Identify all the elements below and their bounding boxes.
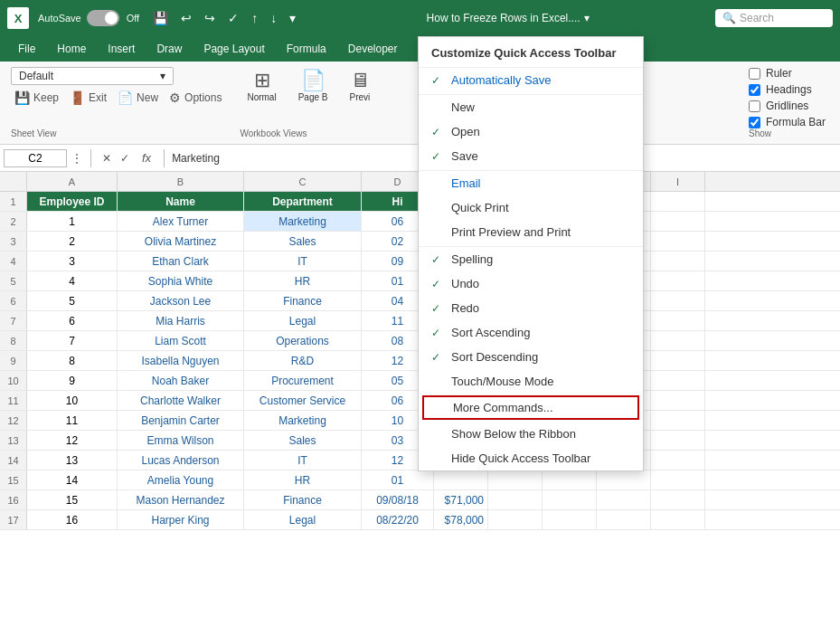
- cell-e17[interactable]: $78,000: [434, 510, 488, 529]
- cell-c17[interactable]: Legal: [244, 510, 362, 529]
- cell-reference[interactable]: C2: [4, 149, 67, 167]
- new-view-button[interactable]: 📄 New: [114, 89, 162, 107]
- cell-i2[interactable]: [651, 212, 705, 231]
- cell-i8[interactable]: [651, 331, 705, 350]
- cell-c7[interactable]: Legal: [244, 311, 362, 330]
- col-header-a[interactable]: A: [27, 172, 118, 191]
- cell-b13[interactable]: Emma Wilson: [118, 431, 244, 450]
- tab-file[interactable]: File: [7, 39, 46, 59]
- undo-button[interactable]: ↩: [176, 9, 196, 27]
- cell-h17[interactable]: [597, 510, 651, 529]
- col-header-i[interactable]: I: [651, 172, 705, 191]
- headings-checkbox-row[interactable]: Headings: [749, 83, 826, 96]
- cell-i7[interactable]: [651, 311, 705, 330]
- cell-f17[interactable]: [488, 510, 543, 529]
- menu-item-quick-print[interactable]: Quick Print: [419, 195, 643, 220]
- cell-b7[interactable]: Mia Harris: [118, 311, 244, 330]
- tab-page-layout[interactable]: Page Layout: [193, 39, 275, 59]
- quick-access-dropdown[interactable]: ▾: [285, 9, 300, 27]
- cell-i9[interactable]: [651, 351, 705, 370]
- gridlines-checkbox-row[interactable]: Gridlines: [749, 100, 826, 112]
- cell-a14[interactable]: 13: [27, 451, 118, 470]
- cell-a16[interactable]: 15: [27, 490, 118, 509]
- options-button[interactable]: ⚙ Options: [165, 89, 225, 107]
- cell-b16[interactable]: Mason Hernandez: [118, 490, 244, 509]
- formula-dots-icon[interactable]: ⋮: [71, 151, 83, 166]
- cell-a12[interactable]: 11: [27, 411, 118, 430]
- cell-e15[interactable]: [434, 470, 488, 489]
- cell-a6[interactable]: 5: [27, 291, 118, 310]
- cell-a11[interactable]: 10: [27, 391, 118, 410]
- cell-i4[interactable]: [651, 252, 705, 271]
- cell-b8[interactable]: Liam Scott: [118, 331, 244, 350]
- menu-item-hide-toolbar[interactable]: Hide Quick Access Toolbar: [419, 446, 643, 470]
- keep-button[interactable]: 💾 Keep: [11, 89, 62, 107]
- cell-a7[interactable]: 6: [27, 311, 118, 330]
- cell-a15[interactable]: 14: [27, 470, 118, 489]
- save-button[interactable]: 💾: [148, 9, 173, 27]
- cell-c6[interactable]: Finance: [244, 291, 362, 310]
- cell-i1[interactable]: [651, 192, 705, 211]
- exit-button[interactable]: 🚪 Exit: [66, 89, 110, 107]
- cell-b9[interactable]: Isabella Nguyen: [118, 351, 244, 370]
- autosave-toggle[interactable]: [87, 10, 119, 26]
- sort-asc-button[interactable]: ↑: [247, 9, 262, 27]
- tab-developer[interactable]: Developer: [337, 39, 409, 59]
- cell-i15[interactable]: [651, 470, 705, 489]
- redo-button[interactable]: ↪: [200, 9, 220, 27]
- cell-b15[interactable]: Amelia Young: [118, 470, 244, 489]
- tab-formula[interactable]: Formula: [276, 39, 337, 59]
- cell-h16[interactable]: [597, 490, 651, 509]
- menu-item-more-commands[interactable]: More Commands...: [422, 395, 639, 420]
- cell-c15[interactable]: HR: [244, 470, 362, 489]
- cell-a10[interactable]: 9: [27, 371, 118, 390]
- cell-i13[interactable]: [651, 431, 705, 450]
- cell-d17[interactable]: 08/22/20: [362, 510, 434, 529]
- cell-d16[interactable]: 09/08/18: [362, 490, 434, 509]
- cell-b5[interactable]: Sophia White: [118, 271, 244, 290]
- cell-b6[interactable]: Jackson Lee: [118, 291, 244, 310]
- formula-bar-checkbox-row[interactable]: Formula Bar: [749, 116, 826, 128]
- cell-a4[interactable]: 3: [27, 252, 118, 271]
- search-input[interactable]: Search: [740, 12, 774, 24]
- cell-b4[interactable]: Ethan Clark: [118, 252, 244, 271]
- tab-draw[interactable]: Draw: [146, 39, 193, 59]
- cell-c9[interactable]: R&D: [244, 351, 362, 370]
- cell-b10[interactable]: Noah Baker: [118, 371, 244, 390]
- cell-h15[interactable]: [597, 470, 651, 489]
- cell-c12[interactable]: Marketing: [244, 411, 362, 430]
- cell-c16[interactable]: Finance: [244, 490, 362, 509]
- normal-view-button[interactable]: ⊞ Normal: [240, 67, 283, 104]
- cell-i16[interactable]: [651, 490, 705, 509]
- menu-item-touch-mode[interactable]: Touch/Mouse Mode: [419, 369, 643, 394]
- page-break-view-button[interactable]: 📄 Page B: [291, 67, 335, 104]
- cell-b14[interactable]: Lucas Anderson: [118, 451, 244, 470]
- cell-i10[interactable]: [651, 371, 705, 390]
- confirm-formula-button[interactable]: ✓: [117, 150, 133, 166]
- menu-item-sort-asc[interactable]: ✓ Sort Ascending: [419, 320, 643, 345]
- cell-b17[interactable]: Harper King: [118, 510, 244, 529]
- cell-i3[interactable]: [651, 232, 705, 251]
- cell-b2[interactable]: Alex Turner: [118, 212, 244, 231]
- cell-c1[interactable]: Department: [244, 192, 362, 211]
- menu-item-undo[interactable]: ✓ Undo: [419, 271, 643, 296]
- menu-item-show-below[interactable]: Show Below the Ribbon: [419, 422, 643, 446]
- cell-b12[interactable]: Benjamin Carter: [118, 411, 244, 430]
- cell-a3[interactable]: 2: [27, 232, 118, 251]
- gridlines-checkbox[interactable]: [749, 100, 760, 112]
- cell-c4[interactable]: IT: [244, 252, 362, 271]
- menu-item-new[interactable]: New: [419, 94, 643, 119]
- cell-c13[interactable]: Sales: [244, 431, 362, 450]
- ruler-checkbox[interactable]: [749, 68, 760, 80]
- search-box[interactable]: 🔍 Search: [715, 9, 833, 27]
- cell-c11[interactable]: Customer Service: [244, 391, 362, 410]
- cell-f15[interactable]: [488, 470, 543, 489]
- menu-item-auto-save[interactable]: ✓ Automatically Save: [419, 68, 643, 92]
- cell-c10[interactable]: Procurement: [244, 371, 362, 390]
- cell-c5[interactable]: HR: [244, 271, 362, 290]
- cell-c14[interactable]: IT: [244, 451, 362, 470]
- title-dropdown-arrow[interactable]: ▾: [584, 12, 590, 24]
- cell-g17[interactable]: [543, 510, 597, 529]
- cell-i14[interactable]: [651, 451, 705, 470]
- menu-item-print-preview[interactable]: Print Preview and Print: [419, 220, 643, 244]
